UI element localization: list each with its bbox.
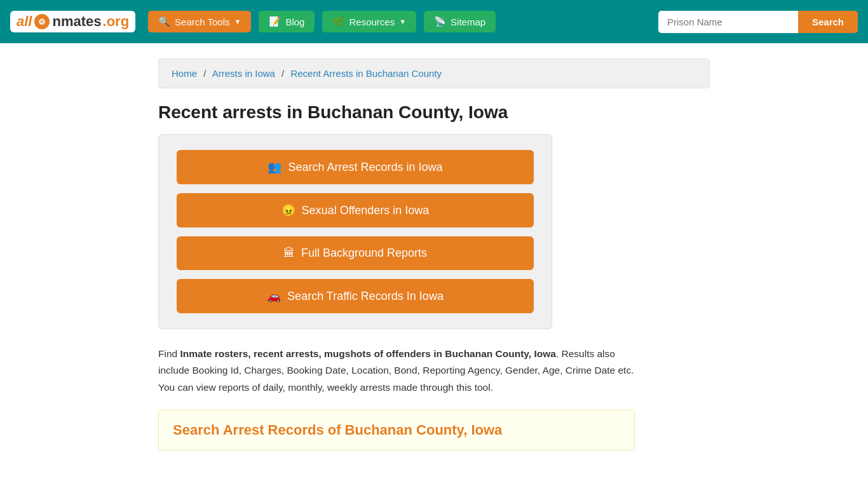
search-records-title: Search Arrest Records of Buchanan County… [173,422,620,438]
search-input[interactable] [658,11,798,33]
search-records-section: Search Arrest Records of Buchanan County… [158,410,635,451]
people-icon: 👥 [268,160,281,174]
blog-icon: 📝 [269,16,281,27]
description: Find Inmate rosters, recent arrests, mug… [158,346,635,396]
offender-icon: 😠 [281,203,295,217]
page-title: Recent arrests in Buchanan County, Iowa [158,102,710,123]
breadcrumb-sep-1: / [203,68,206,79]
resources-icon: 🌿 [332,16,344,27]
search-button[interactable]: Search [798,11,858,33]
breadcrumb-current: Recent Arrests in Buchanan County [290,68,442,79]
building-icon: 🏛 [283,247,295,260]
resources-label: Resources [349,17,395,27]
sitemap-label: Sitemap [451,17,485,27]
search-button-label: Search [812,17,844,27]
logo-icon: ⚙ [34,14,50,29]
sitemap-button[interactable]: 📡 Sitemap [424,11,496,32]
main-content: Home / Arrests in Iowa / Recent Arrests … [148,43,720,466]
header: all⚙nmates.org 🔍 Search Tools ▼ 📝 Blog 🌿… [0,0,868,43]
breadcrumb: Home / Arrests in Iowa / Recent Arrests … [158,58,710,88]
traffic-records-button[interactable]: 🚗 Search Traffic Records In Iowa [177,279,534,313]
logo-wrap: all⚙nmates.org [10,11,135,32]
sitemap-icon: 📡 [434,16,446,27]
car-icon: 🚗 [267,289,281,303]
search-tools-button[interactable]: 🔍 Search Tools ▼ [148,11,251,32]
logo-all: all [17,13,32,30]
resources-caret: ▼ [399,18,406,25]
blog-label: Blog [285,17,304,27]
search-arrest-records-label: Search Arrest Records in Iowa [288,161,442,174]
logo-inmates: nmates [52,13,101,30]
header-search-wrap: Search [658,11,858,33]
action-button-box: 👥 Search Arrest Records in Iowa 😠 Sexual… [158,134,552,329]
sexual-offenders-label: Sexual Offenders in Iowa [302,204,430,217]
logo-org: .org [103,13,130,30]
breadcrumb-sep-2: / [281,68,284,79]
search-arrest-records-button[interactable]: 👥 Search Arrest Records in Iowa [177,150,534,184]
search-tools-caret: ▼ [234,18,241,25]
search-tools-label: Search Tools [175,17,229,27]
traffic-records-label: Search Traffic Records In Iowa [287,290,444,303]
search-tools-icon: 🔍 [158,16,170,27]
description-bold: Inmate rosters, recent arrests, mugshots… [180,348,555,359]
site-logo[interactable]: all⚙nmates.org [10,11,135,32]
breadcrumb-arrests-iowa[interactable]: Arrests in Iowa [212,68,275,79]
blog-button[interactable]: 📝 Blog [259,11,315,32]
breadcrumb-home[interactable]: Home [172,68,197,79]
resources-button[interactable]: 🌿 Resources ▼ [322,11,416,32]
background-reports-button[interactable]: 🏛 Full Background Reports [177,236,534,270]
background-reports-label: Full Background Reports [301,247,427,260]
sexual-offenders-button[interactable]: 😠 Sexual Offenders in Iowa [177,193,534,227]
description-prefix: Find [158,348,180,359]
